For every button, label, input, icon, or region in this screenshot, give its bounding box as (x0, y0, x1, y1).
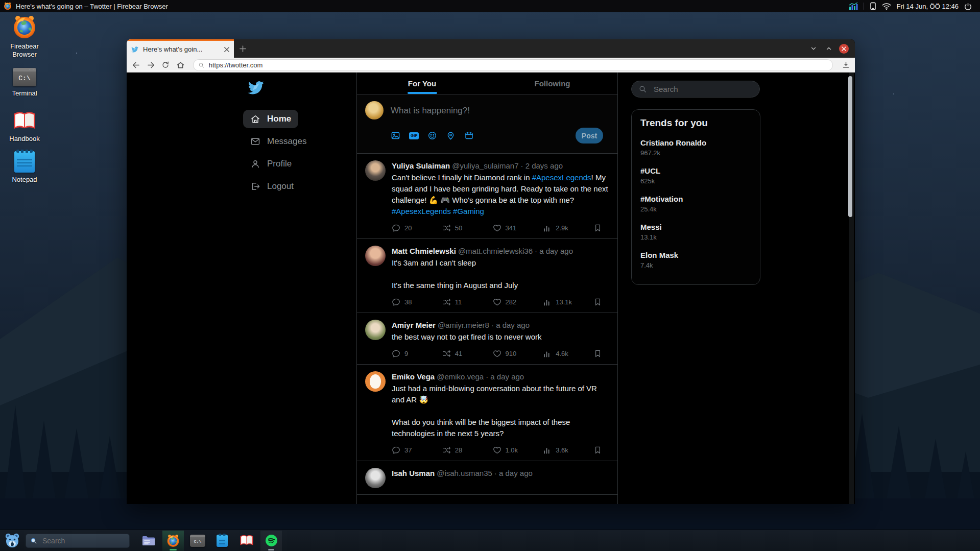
wifi-icon[interactable] (882, 3, 891, 10)
like-button[interactable]: 341 (493, 224, 543, 232)
window-close-button[interactable] (839, 44, 849, 54)
nav-item-messages[interactable]: Messages (243, 132, 314, 151)
window-menu-chevron-down-icon[interactable] (808, 43, 819, 54)
repost-button[interactable]: 28 (442, 446, 493, 454)
page-scrollbar[interactable] (849, 73, 854, 504)
tweet-author-name[interactable]: Yuliya Sulaiman (392, 161, 450, 170)
browser-tab[interactable]: Here's what's goin... (127, 39, 234, 58)
trend-count: 967.2k (640, 149, 751, 157)
hashtag-link[interactable]: #ApesexLegends (532, 173, 591, 182)
desktop-icon-firebear-browser[interactable]: Fireabear Browser (2, 15, 47, 59)
nav-item-home[interactable]: Home (243, 110, 298, 128)
nav-item-logout[interactable]: Logout (243, 177, 301, 196)
like-button[interactable]: 282 (493, 298, 543, 306)
start-menu-button[interactable] (3, 532, 21, 550)
new-tab-button[interactable] (234, 39, 251, 58)
reply-button[interactable]: 9 (392, 349, 442, 358)
taskbar-item-firebear-browser[interactable] (162, 531, 184, 551)
taskbar-item-notepad[interactable] (211, 531, 233, 551)
taskbar-item-terminal[interactable]: C:\ (187, 531, 208, 551)
trend-count: 7.4k (640, 261, 751, 269)
twotter-bird-logo[interactable] (246, 79, 266, 97)
desktop-icon-handbook[interactable]: Handbook (2, 110, 47, 143)
schedule-calendar-icon[interactable] (464, 131, 474, 140)
taskbar-search[interactable] (26, 534, 130, 548)
bookmark-button[interactable] (593, 298, 602, 306)
taskbar-item-handbook[interactable] (236, 531, 257, 551)
repost-button[interactable]: 41 (442, 349, 493, 358)
views-button[interactable]: 13.1k (543, 298, 593, 306)
nav-label: Profile (267, 159, 292, 169)
tab-close-icon[interactable] (224, 46, 230, 53)
taskbar-search-input[interactable] (41, 536, 110, 545)
reload-button[interactable] (160, 60, 171, 70)
search-box[interactable] (631, 81, 760, 98)
trend-item[interactable]: Elon Mask7.4k (640, 251, 751, 269)
terminal-icon: C:\ (13, 68, 36, 86)
trend-item[interactable]: Cristiano Ronaldo967.2k (640, 138, 751, 157)
like-button[interactable]: 1.0k (493, 446, 543, 454)
taskbar-item-file-manager[interactable] (138, 531, 159, 551)
url-input[interactable] (208, 61, 828, 69)
tweet-author-name[interactable]: Emiko Vega (392, 372, 435, 381)
scrollbar-thumb[interactable] (848, 76, 852, 217)
bookmark-button[interactable] (593, 349, 602, 358)
nav-label: Messages (267, 136, 306, 147)
bookmark-button[interactable] (593, 446, 602, 454)
post-button[interactable]: Post (576, 128, 603, 143)
profile-icon (250, 159, 260, 169)
like-button[interactable]: 910 (493, 349, 543, 358)
nav-item-profile[interactable]: Profile (243, 155, 299, 173)
location-icon[interactable] (446, 131, 456, 140)
tweet-author-handle[interactable]: @isah.usman35 (437, 469, 492, 477)
reply-button[interactable]: 20 (392, 224, 442, 232)
reply-button[interactable]: 37 (392, 446, 442, 454)
tweet-author-avatar[interactable] (365, 468, 386, 488)
trend-item[interactable]: #UCL625k (640, 166, 751, 185)
trend-item[interactable]: #Motivation25.4k (640, 195, 751, 213)
handbook-icon (12, 110, 37, 132)
current-user-avatar[interactable] (365, 101, 384, 119)
reply-button[interactable]: 38 (392, 298, 442, 306)
phone-icon[interactable] (870, 2, 876, 10)
trend-item[interactable]: Messi13.1k (640, 223, 751, 241)
media-image-icon[interactable] (391, 131, 400, 140)
power-icon[interactable] (964, 3, 972, 10)
emoji-icon[interactable] (427, 131, 437, 140)
system-monitor-icon[interactable] (849, 2, 858, 10)
desktop-icon-terminal[interactable]: C:\ Terminal (2, 68, 47, 98)
search-input[interactable] (653, 84, 742, 94)
gif-icon[interactable]: GIF (409, 132, 419, 139)
views-button[interactable]: 3.6k (543, 446, 593, 454)
tweet-author-name[interactable]: Matt Chmielewski (392, 247, 456, 255)
tweet-author-avatar[interactable] (365, 160, 386, 181)
tab-for-you[interactable]: For You (357, 73, 487, 94)
repost-button[interactable]: 11 (442, 298, 493, 306)
handbook-icon (240, 534, 254, 547)
views-button[interactable]: 4.6k (543, 349, 593, 358)
tweet-author-avatar[interactable] (365, 246, 386, 266)
tweet-author-handle[interactable]: @emiko.vega (437, 372, 484, 381)
tweet-author-handle[interactable]: @amiyr.meier8 (438, 321, 489, 329)
address-bar[interactable] (193, 59, 833, 71)
forward-button[interactable] (146, 60, 156, 70)
tweet-author-handle[interactable]: @yuliya_sulaiman7 (452, 161, 518, 170)
tweet-author-avatar[interactable] (365, 320, 386, 340)
tab-following[interactable]: Following (487, 73, 617, 94)
compose-input[interactable]: What is happening?! (391, 106, 470, 119)
hashtag-link[interactable]: #ApesexLegends #Gaming (392, 207, 484, 215)
repost-button[interactable]: 50 (442, 224, 493, 232)
views-button[interactable]: 2.9k (543, 224, 593, 232)
tweet-author-name[interactable]: Amiyr Meier (392, 321, 436, 329)
tweet-author-avatar[interactable] (365, 371, 386, 392)
downloads-button[interactable] (841, 60, 851, 70)
tweet-author-name[interactable]: Isah Usman (392, 469, 435, 477)
taskbar-item-spotify[interactable] (260, 531, 282, 551)
desktop-icon-notepad[interactable]: Notepad (2, 151, 47, 184)
window-maximize-chevron-up-icon[interactable] (824, 43, 834, 54)
clock[interactable]: Fri 14 Jun, ÖÖ 12:46 (897, 3, 959, 10)
back-button[interactable] (131, 60, 141, 70)
home-button[interactable] (175, 60, 185, 70)
tweet-author-handle[interactable]: @matt.chmielewski36 (458, 247, 533, 255)
bookmark-button[interactable] (593, 224, 602, 232)
